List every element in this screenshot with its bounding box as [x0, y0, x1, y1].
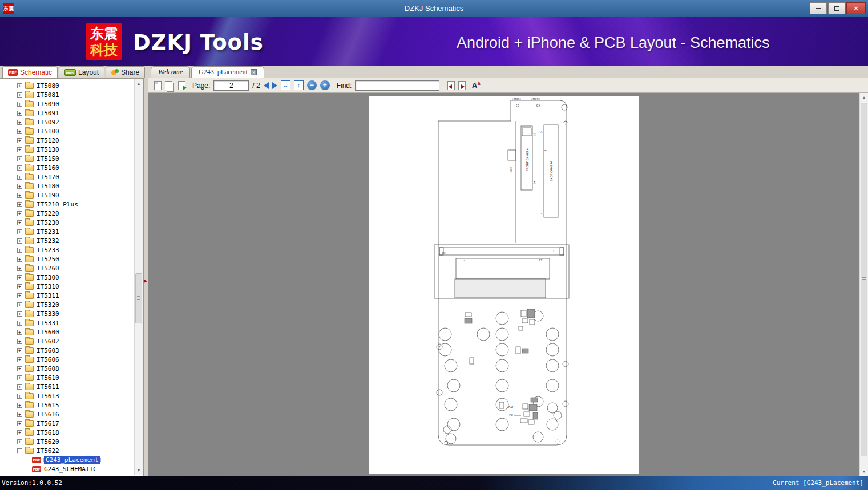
tree-item-it5130[interactable]: +IT5130	[0, 145, 134, 154]
tree-item-it5622[interactable]: −IT5622	[0, 446, 134, 455]
expand-icon[interactable]: +	[17, 339, 22, 344]
tree-item-it5080[interactable]: +IT5080	[0, 81, 134, 90]
expand-icon[interactable]: +	[17, 430, 22, 435]
tree-item-it5300[interactable]: +IT5300	[0, 273, 134, 282]
tree-item-it5610[interactable]: +IT5610	[0, 373, 134, 382]
tree-item-it5090[interactable]: +IT5090	[0, 99, 134, 108]
tab-schematic[interactable]: PDF Schematic	[2, 66, 58, 78]
splitter[interactable]: ▶	[144, 78, 148, 476]
tree-item-it5618[interactable]: +IT5618	[0, 428, 134, 437]
find-input[interactable]	[355, 80, 439, 91]
main-scrollbar[interactable]: ▲ ▼	[859, 93, 868, 476]
select-text-icon[interactable]	[154, 81, 162, 90]
tree-item-it5120[interactable]: +IT5120	[0, 136, 134, 145]
expand-icon[interactable]: +	[17, 348, 22, 353]
expand-icon[interactable]: +	[17, 92, 22, 98]
scroll-up-button[interactable]: ▲	[135, 79, 143, 88]
tree-item-it5331[interactable]: +IT5331	[0, 318, 134, 327]
tree-item-it5617[interactable]: +IT5617	[0, 419, 134, 428]
expand-icon[interactable]: +	[17, 238, 22, 244]
tree-item-it5210-plus[interactable]: +IT5210 Plus	[0, 200, 134, 209]
expand-icon[interactable]: +	[17, 120, 22, 125]
expand-icon[interactable]: +	[17, 302, 22, 307]
tree-item-it5100[interactable]: +IT5100	[0, 127, 134, 136]
minimize-button[interactable]	[810, 2, 827, 14]
tree-item-it5230[interactable]: +IT5230	[0, 218, 134, 227]
expand-icon[interactable]: +	[17, 129, 22, 134]
fit-width-button[interactable]: ↔	[281, 80, 290, 90]
expand-icon[interactable]: +	[17, 111, 22, 116]
tree-item-it5616[interactable]: +IT5616	[0, 410, 134, 419]
next-page-button[interactable]	[272, 82, 277, 89]
zoom-out-button[interactable]: −	[307, 80, 317, 90]
pdf-viewport[interactable]: +MOT4 +MOT3 FRONT CAMERA 22 14 + REC	[148, 93, 868, 476]
tree-item-it5231[interactable]: +IT5231	[0, 227, 134, 236]
expand-icon[interactable]: +	[17, 147, 22, 152]
scroll-down-button[interactable]: ▼	[860, 467, 868, 476]
doc-tab-welcome[interactable]: Welcome	[151, 66, 190, 78]
expand-icon[interactable]: +	[17, 165, 22, 171]
expand-icon[interactable]: +	[17, 375, 22, 380]
tab-layout[interactable]: PADS Layout	[59, 66, 104, 78]
tree-item-g243_schematic[interactable]: PDFG243_SCHEMATIC	[0, 464, 134, 473]
expand-icon[interactable]: +	[17, 394, 22, 399]
maximize-button[interactable]	[828, 2, 845, 14]
tree-item-it5081[interactable]: +IT5081	[0, 90, 134, 99]
find-previous-button[interactable]	[447, 81, 455, 90]
tree-item-it5606[interactable]: +IT5606	[0, 355, 134, 364]
expand-icon[interactable]: +	[17, 248, 22, 253]
sidebar-scrollbar[interactable]: ▲ ▼	[134, 79, 143, 475]
scroll-down-button[interactable]: ▼	[135, 466, 143, 475]
export-page-icon[interactable]	[178, 81, 185, 90]
tree-item-it5620[interactable]: +IT5620	[0, 437, 134, 446]
expand-icon[interactable]: +	[17, 156, 22, 161]
expand-icon[interactable]: +	[17, 202, 22, 207]
tree-item-it5170[interactable]: +IT5170	[0, 172, 134, 181]
tree-item-it5602[interactable]: +IT5602	[0, 337, 134, 346]
expand-icon[interactable]: +	[17, 220, 22, 225]
tree-item-it5615[interactable]: +IT5615	[0, 400, 134, 410]
tree-item-it5160[interactable]: +IT5160	[0, 163, 134, 172]
expand-icon[interactable]: +	[17, 211, 22, 216]
expand-icon[interactable]: +	[17, 102, 22, 107]
expand-icon[interactable]: +	[17, 439, 22, 444]
expand-icon[interactable]: +	[17, 257, 22, 262]
expand-icon[interactable]: +	[17, 83, 22, 88]
tree-item-it5220[interactable]: +IT5220	[0, 209, 134, 218]
expand-icon[interactable]: +	[17, 275, 22, 280]
tree-item-it5150[interactable]: +IT5150	[0, 154, 134, 163]
tree-item-it5611[interactable]: +IT5611	[0, 382, 134, 391]
tree-item-it5600[interactable]: +IT5600	[0, 327, 134, 337]
expand-icon[interactable]: +	[17, 311, 22, 317]
tree-item-it5232[interactable]: +IT5232	[0, 236, 134, 245]
zoom-in-button[interactable]: +	[320, 80, 330, 90]
tab-close-icon[interactable]: ×	[251, 69, 257, 75]
tree-item-it5311[interactable]: +IT5311	[0, 291, 134, 300]
find-next-button[interactable]	[458, 81, 466, 90]
tree-item-it5190[interactable]: +IT5190	[0, 191, 134, 200]
tree-item-it5613[interactable]: +IT5613	[0, 391, 134, 400]
expand-icon[interactable]: +	[17, 384, 22, 390]
tree-item-it5330[interactable]: +IT5330	[0, 309, 134, 318]
expand-icon[interactable]: +	[17, 193, 22, 198]
expand-icon[interactable]: +	[17, 412, 22, 417]
expand-icon[interactable]: +	[17, 293, 22, 298]
expand-icon[interactable]: +	[17, 403, 22, 408]
tree-item-it5310[interactable]: +IT5310	[0, 282, 134, 291]
expand-icon[interactable]: +	[17, 284, 22, 289]
scrollbar-thumb[interactable]	[135, 273, 142, 323]
prev-page-button[interactable]	[264, 82, 269, 89]
tree-item-g243_placement[interactable]: PDFG243_pLacement	[0, 455, 134, 464]
expand-icon[interactable]: +	[17, 321, 22, 326]
tree-item-it5260[interactable]: +IT5260	[0, 264, 134, 273]
expand-icon[interactable]: +	[17, 357, 22, 362]
expand-icon[interactable]: +	[17, 366, 22, 371]
collapse-icon[interactable]: −	[17, 448, 22, 453]
expand-icon[interactable]: +	[17, 138, 22, 143]
tree-item-it5180[interactable]: +IT5180	[0, 181, 134, 191]
tree-item-it5603[interactable]: +IT5603	[0, 346, 134, 355]
tree-item-it5250[interactable]: +IT5250	[0, 254, 134, 264]
fit-page-button[interactable]: ↕	[294, 80, 304, 90]
doc-tab-g243-placement[interactable]: G243_pLacement ×	[191, 66, 264, 78]
expand-icon[interactable]: +	[17, 175, 22, 180]
